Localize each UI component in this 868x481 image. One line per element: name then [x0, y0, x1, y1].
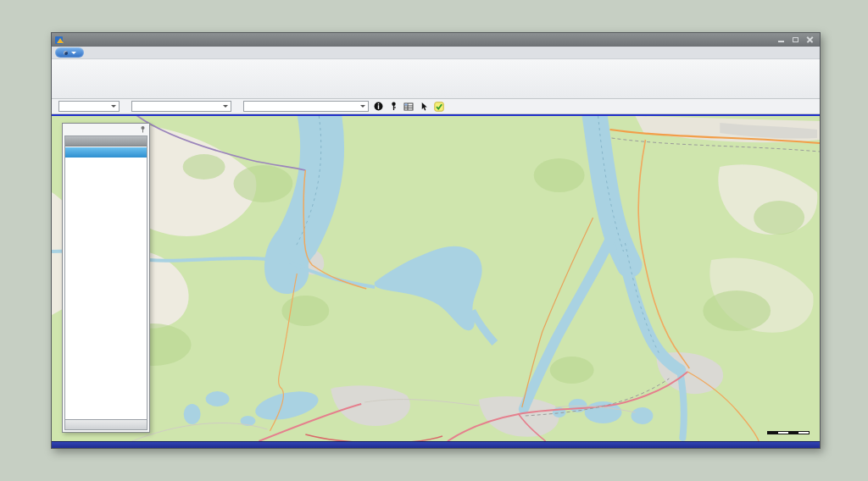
ribbon-tab-strip	[52, 47, 820, 59]
status-bar	[52, 441, 820, 448]
section-strati[interactable]	[65, 147, 147, 158]
info-button[interactable]	[372, 101, 384, 113]
window-controls	[777, 36, 816, 44]
panel-body	[64, 135, 147, 430]
scale-segments	[767, 431, 810, 434]
layer-tree	[65, 158, 147, 160]
section-ricerca[interactable]	[65, 136, 147, 147]
map-area	[52, 114, 820, 441]
scale-bar	[767, 431, 810, 434]
attribute-table-button[interactable]	[403, 101, 415, 113]
app-icon	[55, 36, 64, 45]
selection-mode-combobox[interactable]	[58, 101, 120, 112]
titlebar	[52, 33, 820, 47]
group-combobox[interactable]	[131, 101, 231, 112]
app-menu-icon	[64, 51, 68, 55]
pin-icon[interactable]	[139, 125, 147, 133]
chevron-down-icon	[223, 105, 228, 108]
section-segnalibro[interactable]	[65, 419, 147, 429]
identify-pin-button[interactable]	[387, 101, 399, 113]
desktop	[0, 0, 868, 481]
minimize-button[interactable]	[777, 36, 786, 44]
ribbon	[52, 59, 820, 99]
selection-bar	[52, 99, 820, 114]
chevron-down-icon	[111, 105, 116, 108]
chevron-down-icon	[360, 105, 365, 108]
suggestions-checkbox[interactable]	[433, 101, 445, 113]
select-cursor-button[interactable]	[418, 101, 430, 113]
map-canvas[interactable]	[52, 116, 820, 441]
panel-header	[63, 124, 149, 135]
app-menu-button[interactable]	[55, 47, 84, 58]
close-button[interactable]	[806, 36, 815, 44]
gestione-panel	[62, 123, 150, 433]
functional-class-combobox[interactable]	[243, 101, 369, 112]
chevron-down-icon	[71, 52, 76, 54]
app-window	[51, 32, 821, 449]
maximize-button[interactable]	[792, 36, 800, 44]
